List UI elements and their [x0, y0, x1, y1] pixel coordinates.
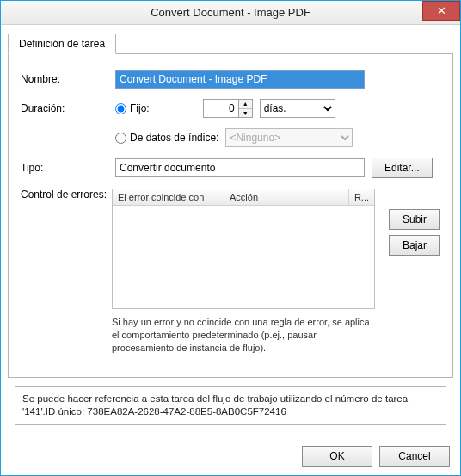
col-r[interactable]: R...: [349, 189, 374, 205]
duration-unit-select[interactable]: días.: [260, 99, 335, 118]
index-select: <Ninguno>: [225, 128, 353, 147]
radio-indice-label: De datos de índice:: [130, 132, 218, 144]
titlebar: Convert Document - Image PDF ✕: [1, 1, 460, 25]
tipo-input[interactable]: [115, 158, 365, 177]
duration-value[interactable]: [203, 99, 239, 118]
close-icon: ✕: [437, 4, 446, 17]
cancel-button[interactable]: Cancel: [379, 446, 450, 467]
edit-button[interactable]: Editar...: [372, 158, 433, 178]
label-nombre: Nombre:: [21, 73, 115, 85]
spin-up-icon[interactable]: ▲: [239, 100, 252, 109]
radio-fijo-input[interactable]: [115, 103, 126, 114]
radio-fijo[interactable]: Fijo:: [115, 102, 150, 114]
radio-fijo-label: Fijo:: [130, 102, 150, 114]
reference-info: Se puede hacer referencia a esta tarea d…: [15, 386, 446, 425]
error-table-header: El error coincide con Acción R...: [113, 189, 374, 206]
dialog-footer: OK Cancel: [302, 446, 450, 467]
label-tipo: Tipo:: [21, 162, 115, 174]
error-rules-table[interactable]: El error coincide con Acción R...: [112, 189, 375, 309]
tab-pane: Nombre: Duración: Fijo: ▲ ▼: [8, 53, 453, 378]
nombre-input[interactable]: [115, 70, 365, 89]
col-action[interactable]: Acción: [224, 189, 349, 205]
ok-button[interactable]: OK: [302, 446, 372, 467]
radio-indice[interactable]: De datos de índice:: [115, 132, 218, 144]
spin-down-icon[interactable]: ▼: [239, 109, 252, 118]
label-duracion: Duración:: [21, 102, 115, 114]
label-errores: Control de errores:: [21, 189, 112, 201]
window-title: Convert Document - Image PDF: [151, 6, 310, 19]
move-down-button[interactable]: Bajar: [389, 235, 440, 256]
move-up-button[interactable]: Subir: [389, 209, 440, 230]
tab-definition[interactable]: Definición de tarea: [8, 34, 116, 54]
error-note: Si hay un error y no coincide con una re…: [112, 316, 375, 355]
tab-strip: Definición de tarea: [8, 34, 453, 54]
radio-indice-input[interactable]: [115, 133, 126, 144]
close-button[interactable]: ✕: [422, 1, 460, 21]
col-match[interactable]: El error coincide con: [113, 189, 224, 205]
duration-spinner[interactable]: ▲ ▼: [203, 99, 253, 118]
